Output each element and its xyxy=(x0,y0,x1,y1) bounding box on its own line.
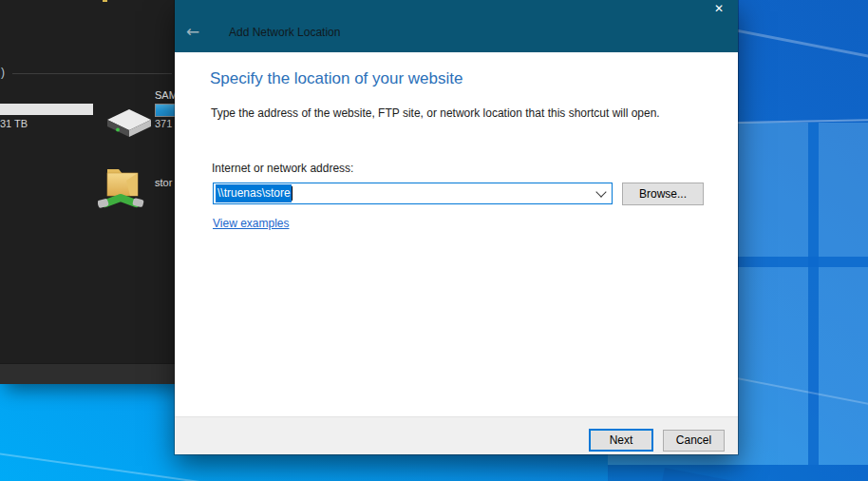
dialog-title: Add Network Location xyxy=(229,26,340,39)
add-network-location-dialog: ← Add Network Location ✕ Specify the loc… xyxy=(175,0,738,454)
clipped-icon-fragment xyxy=(103,0,107,2)
group-header-divider xyxy=(12,73,172,74)
dialog-titlebar[interactable]: ← Add Network Location ✕ xyxy=(175,0,738,52)
wallpaper-shade xyxy=(608,465,868,481)
drive-capacity-bar xyxy=(155,104,176,117)
address-field-label: Internet or network address: xyxy=(212,162,353,175)
address-input[interactable]: \\truenas\store xyxy=(213,183,613,204)
next-button[interactable]: Next xyxy=(589,429,653,452)
file-explorer-window[interactable]: ) 31 TB SAM 371 stor xyxy=(0,0,176,384)
page-title: Specify the location of your website xyxy=(210,69,462,88)
text-caret xyxy=(292,186,292,201)
close-icon[interactable]: ✕ xyxy=(706,0,732,19)
group-header-text: ) xyxy=(1,66,5,79)
selected-text: \\truenas\store xyxy=(216,184,292,202)
address-input-text: \\truenas\store xyxy=(216,183,292,203)
drive-capacity-bar xyxy=(0,104,93,115)
drive-free-space-label: 31 TB xyxy=(0,118,28,129)
screen: ) 31 TB SAM 371 stor xyxy=(0,0,868,481)
explorer-status-bar xyxy=(0,363,176,384)
view-examples-link[interactable]: View examples xyxy=(213,217,289,230)
windows-logo-vertical-divider xyxy=(808,123,819,465)
hard-drive-icon[interactable] xyxy=(104,105,154,143)
dropdown-button[interactable] xyxy=(593,183,612,203)
network-share-name-label: stor xyxy=(155,177,172,188)
browse-button[interactable]: Browse... xyxy=(622,183,704,205)
dialog-footer: Next Cancel xyxy=(175,416,738,454)
cancel-button[interactable]: Cancel xyxy=(663,430,725,452)
instruction-text: Type the address of the website, FTP sit… xyxy=(211,106,660,120)
drive-free-space-label: 371 xyxy=(155,118,172,129)
drive-name-label: SAM xyxy=(155,89,176,101)
network-folder-icon[interactable] xyxy=(98,160,149,211)
back-arrow-icon[interactable]: ← xyxy=(180,21,205,42)
chevron-down-icon xyxy=(595,186,606,197)
